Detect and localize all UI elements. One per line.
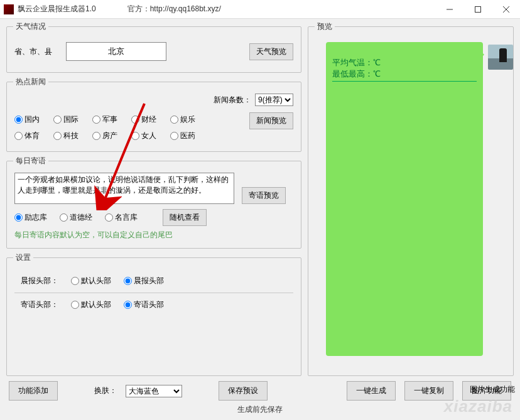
close-button[interactable] xyxy=(492,0,520,19)
location-label: 省、市、县 xyxy=(14,46,52,57)
quote-textarea[interactable] xyxy=(14,173,234,204)
avatar xyxy=(488,45,513,70)
weather-legend: 天气情况 xyxy=(13,21,48,32)
quote-preview-button[interactable]: 寄语预览 xyxy=(242,187,286,204)
news-count-select[interactable]: 9(推荐) xyxy=(255,94,293,106)
city-input[interactable] xyxy=(66,42,166,61)
news-group: 热点新闻 新闻条数： 9(推荐) 国内 国际 军事 财经 娱乐 体育 xyxy=(6,77,301,152)
preview-line-temp-avg: 平均气温：℃ xyxy=(332,57,477,68)
app-title: 飘云企业晨报生成器1.0 xyxy=(18,4,96,14)
image-gen-link[interactable]: 图片生成功能 xyxy=(470,384,515,395)
news-cat-house[interactable]: 房产 xyxy=(92,127,131,144)
minimize-button[interactable] xyxy=(435,0,463,19)
quote-group: 每日寄语 寄语预览 励志库 道德经 名言库 随机查看 每日寄语内容默认为空，可以… xyxy=(6,156,301,249)
news-cat-ent[interactable]: 娱乐 xyxy=(170,111,209,127)
quote-src-dao[interactable]: 道德经 xyxy=(60,212,92,223)
chat-bubble: 平均气温：℃ 最低最高：℃ xyxy=(326,42,483,356)
morning-header-radio[interactable]: 晨报头部 xyxy=(124,276,164,286)
news-cat-tech[interactable]: 科技 xyxy=(53,127,92,144)
bubble-divider xyxy=(332,81,477,82)
preview-legend: 预览 xyxy=(315,21,335,32)
quote-random-button[interactable]: 随机查看 xyxy=(163,209,207,226)
news-cat-med[interactable]: 医药 xyxy=(170,127,209,144)
maximize-button[interactable] xyxy=(463,0,492,19)
news-preview-button[interactable]: 新闻预览 xyxy=(249,112,293,129)
settings-group: 设置 晨报头部： 默认头部 晨报头部 寄语头部： 默认头部 寄语头部 xyxy=(6,252,301,376)
weather-group: 天气情况 省、市、县 天气预览 xyxy=(6,21,301,73)
quote-legend: 每日寄语 xyxy=(13,156,48,166)
svg-rect-1 xyxy=(475,6,480,12)
news-legend: 热点新闻 xyxy=(13,77,48,87)
app-icon xyxy=(4,4,14,14)
morning-default-radio[interactable]: 默认头部 xyxy=(71,276,111,286)
preview-line-temp-range: 最低最高：℃ xyxy=(332,68,477,80)
news-cat-intl[interactable]: 国际 xyxy=(53,111,92,127)
quote-src-motiv[interactable]: 励志库 xyxy=(14,212,47,223)
weather-preview-button[interactable]: 天气预览 xyxy=(249,43,293,60)
news-count-label: 新闻条数： xyxy=(214,95,251,105)
official-url: 官方：http://qy.qq168bt.xyz/ xyxy=(127,4,221,14)
morning-header-label: 晨报头部： xyxy=(14,276,58,286)
news-cat-domestic[interactable]: 国内 xyxy=(14,111,53,127)
quote-hint: 每日寄语内容默认为空，可以自定义自己的尾巴 xyxy=(14,230,293,240)
quote-default-radio[interactable]: 默认头部 xyxy=(71,299,111,310)
one-copy-button[interactable]: 一键复制 xyxy=(404,381,453,401)
news-cat-women[interactable]: 女人 xyxy=(131,127,170,144)
news-cat-sport[interactable]: 体育 xyxy=(14,127,53,144)
skin-select[interactable]: 大海蓝色 xyxy=(126,385,182,397)
save-preset-button[interactable]: 保存预设 xyxy=(219,381,268,401)
news-cat-finance[interactable]: 财经 xyxy=(131,111,170,127)
skin-label: 换肤： xyxy=(94,385,117,396)
add-function-button[interactable]: 功能添加 xyxy=(9,381,58,401)
quote-header-radio[interactable]: 寄语头部 xyxy=(124,299,164,310)
title-bar: 飘云企业晨报生成器1.0 官方：http://qy.qq168bt.xyz/ xyxy=(0,0,520,19)
preview-group: 预览 平均气温：℃ 最低最高：℃ xyxy=(308,21,514,376)
news-cat-military[interactable]: 军事 xyxy=(92,111,131,127)
one-generate-button[interactable]: 一键生成 xyxy=(347,381,396,401)
quote-header-label: 寄语头部： xyxy=(14,299,58,310)
settings-legend: 设置 xyxy=(13,252,33,263)
footer-note: 生成前先保存 xyxy=(6,404,514,415)
quote-src-famous[interactable]: 名言库 xyxy=(105,212,138,223)
bottom-bar: 功能添加 换肤： 大海蓝色 保存预设 一键生成 一键复制 图片功能 xyxy=(6,376,514,401)
